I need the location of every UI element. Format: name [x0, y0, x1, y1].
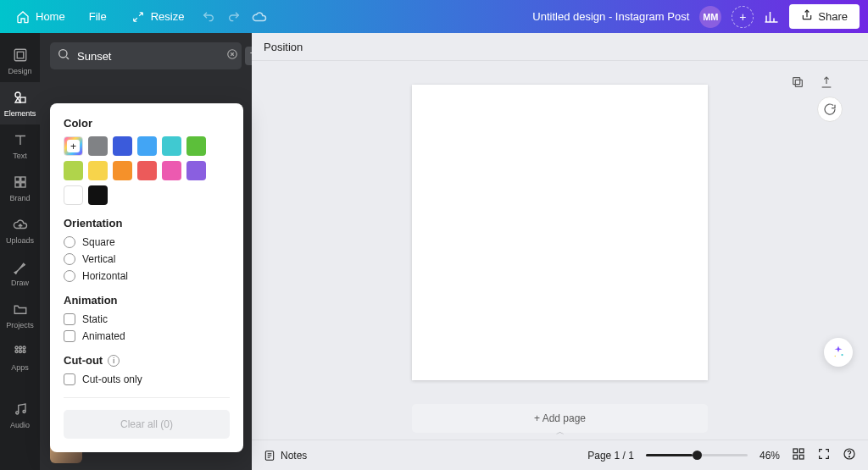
color-section-title: Color [64, 117, 230, 130]
animation-static[interactable]: Static [64, 313, 230, 325]
share-button[interactable]: Share [789, 4, 860, 29]
svg-point-10 [23, 346, 25, 349]
color-swatch-lime[interactable] [64, 161, 83, 180]
analytics-icon[interactable] [764, 9, 779, 25]
svg-rect-6 [15, 183, 19, 187]
color-swatch-pink[interactable] [162, 161, 181, 180]
resize-label: Resize [151, 10, 185, 23]
color-swatch-grey[interactable] [88, 136, 108, 156]
nav-projects[interactable]: Projects [0, 294, 40, 336]
color-swatch-green[interactable] [186, 136, 206, 156]
side-nav: Design Elements Text Brand Uploads Draw … [0, 33, 40, 470]
export-page-icon[interactable] [815, 71, 837, 93]
clear-filters-button[interactable]: Clear all (0) [64, 410, 230, 439]
draw-icon [12, 258, 29, 275]
opt-label: Horizontal [82, 270, 128, 282]
svg-rect-26 [799, 455, 804, 459]
nav-text[interactable]: Text [0, 124, 40, 167]
svg-rect-24 [799, 449, 804, 453]
nav-elements[interactable]: Elements [0, 82, 40, 124]
nav-label: Design [8, 67, 31, 75]
search-input[interactable] [77, 50, 220, 63]
cutouts-only[interactable]: Cut-outs only [64, 373, 230, 385]
duplicate-page-icon[interactable] [787, 71, 809, 93]
share-icon [801, 9, 813, 24]
radio-icon [64, 253, 75, 265]
svg-point-13 [23, 351, 25, 353]
color-swatch-blue[interactable] [113, 136, 132, 156]
svg-point-11 [15, 351, 18, 353]
svg-point-15 [23, 411, 25, 413]
color-swatch-yellow[interactable] [88, 161, 108, 180]
opt-label: Static [82, 313, 108, 325]
nav-label: Apps [11, 363, 29, 372]
svg-rect-4 [15, 177, 19, 181]
svg-point-14 [15, 412, 18, 414]
file-menu-button[interactable]: File [82, 5, 114, 28]
opt-label: Square [82, 236, 115, 248]
grid-view-icon[interactable] [792, 447, 805, 463]
home-icon [15, 9, 31, 25]
text-icon [12, 131, 29, 148]
filter-popup: Color [50, 103, 243, 452]
nav-design[interactable]: Design [0, 40, 40, 82]
add-collaborator-button[interactable]: + [732, 6, 754, 28]
animation-section-title: Animation [64, 294, 230, 307]
search-box [50, 42, 242, 69]
color-swatch-orange[interactable] [113, 161, 132, 180]
color-swatch-black[interactable] [88, 185, 108, 205]
color-swatch-white[interactable] [64, 185, 83, 205]
checkbox-icon [64, 313, 75, 325]
cutout-title-text: Cut-out [64, 354, 103, 367]
color-swatch-teal[interactable] [162, 136, 181, 156]
orientation-square[interactable]: Square [64, 236, 230, 248]
fullscreen-icon[interactable] [817, 447, 831, 463]
position-button[interactable]: Position [264, 41, 303, 53]
resize-button[interactable]: Resize [124, 4, 192, 30]
home-button[interactable]: Home [8, 4, 72, 30]
zoom-level[interactable]: 46% [760, 450, 780, 462]
svg-point-9 [19, 346, 21, 349]
orientation-horizontal[interactable]: Horizontal [64, 270, 230, 282]
svg-rect-18 [795, 80, 802, 86]
orientation-vertical[interactable]: Vertical [64, 253, 230, 265]
avatar[interactable]: MM [699, 6, 721, 28]
nav-label: Text [13, 152, 27, 160]
slider-thumb[interactable] [693, 451, 702, 460]
nav-uploads[interactable]: Uploads [0, 209, 40, 252]
undo-icon[interactable] [201, 9, 216, 25]
svg-rect-25 [793, 455, 798, 459]
design-icon [12, 47, 29, 64]
svg-point-20 [841, 354, 843, 356]
nav-brand[interactable]: Brand [0, 167, 40, 209]
nav-label: Uploads [6, 236, 34, 245]
nav-label: Projects [6, 321, 34, 329]
cutout-section-title: Cut-out i [64, 354, 230, 367]
clear-search-icon[interactable] [226, 48, 238, 64]
orientation-section-title: Orientation [64, 217, 230, 229]
info-icon[interactable]: i [108, 355, 120, 367]
opt-label: Cut-outs only [82, 373, 142, 385]
document-title[interactable]: Untitled design - Instagram Post [532, 10, 689, 23]
help-icon[interactable] [843, 447, 856, 463]
chevron-up-icon[interactable]: ︿ [543, 426, 577, 438]
notes-button[interactable]: Notes [264, 450, 307, 462]
svg-rect-5 [20, 177, 25, 181]
nav-draw[interactable]: Draw [0, 252, 40, 294]
zoom-slider[interactable] [646, 454, 748, 456]
color-swatch-purple[interactable] [186, 161, 206, 180]
nav-label: Brand [9, 194, 30, 202]
magic-button[interactable] [824, 338, 853, 367]
svg-point-21 [835, 356, 837, 357]
cloud-sync-icon[interactable] [252, 9, 267, 25]
canvas-page[interactable] [412, 85, 708, 380]
svg-rect-3 [20, 97, 25, 102]
redo-icon[interactable] [226, 9, 242, 25]
color-swatch-lightblue[interactable] [137, 136, 157, 156]
refresh-page-icon[interactable] [817, 97, 843, 122]
add-color-swatch[interactable] [64, 136, 83, 156]
nav-apps[interactable]: Apps [0, 336, 40, 379]
nav-audio[interactable]: Audio [0, 394, 40, 436]
color-swatch-red[interactable] [137, 161, 157, 180]
animation-animated[interactable]: Animated [64, 330, 230, 342]
